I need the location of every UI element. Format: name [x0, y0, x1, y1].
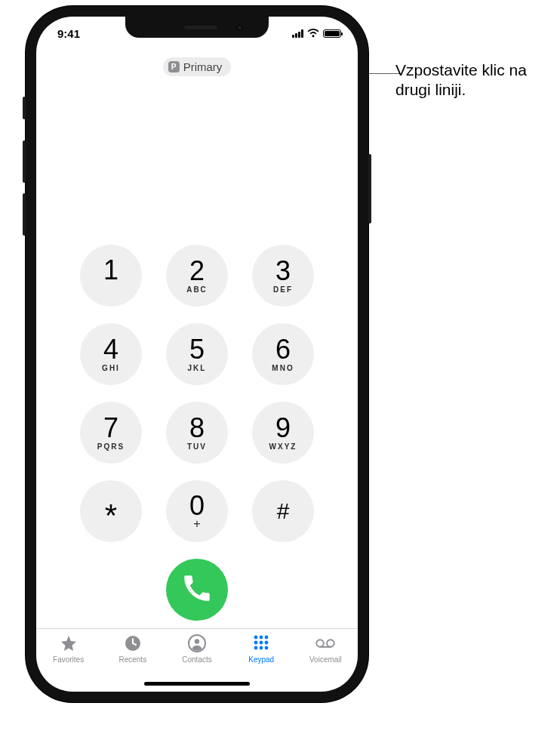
status-time: 9:41: [57, 27, 80, 40]
key-4[interactable]: 4 GHI: [80, 323, 142, 385]
status-icons: [292, 29, 341, 38]
sim-line-row: P Primary: [36, 50, 358, 83]
wifi-icon: [307, 29, 319, 38]
key-digit: 7: [103, 415, 118, 442]
svg-point-9: [254, 646, 258, 650]
key-7[interactable]: 7 PQRS: [80, 402, 142, 464]
key-digit: 0: [189, 492, 205, 519]
home-indicator[interactable]: [144, 682, 250, 686]
key-letters: TUV: [187, 443, 207, 451]
svg-point-5: [265, 636, 269, 640]
side-button-vol-down: [23, 193, 26, 236]
key-digit: 1: [103, 257, 118, 284]
key-letters: ABC: [186, 286, 208, 294]
svg-point-4: [260, 636, 263, 640]
tab-label: Contacts: [182, 655, 211, 664]
callout-text: Vzpostavite klic na drugi liniji.: [395, 60, 546, 100]
tab-label: Keypad: [248, 655, 274, 664]
key-letters: JKL: [188, 365, 207, 372]
keypad-icon: [251, 634, 271, 653]
sim-line-label: Primary: [183, 60, 223, 73]
key-digit: #: [277, 500, 290, 523]
key-digit: 4: [103, 336, 118, 363]
sim-badge-icon: P: [168, 61, 180, 72]
key-letters: MNO: [272, 365, 294, 372]
svg-point-12: [317, 640, 325, 647]
side-button-vol-up: [23, 140, 26, 183]
tab-label: Recents: [118, 655, 146, 664]
svg-point-3: [254, 636, 258, 640]
svg-point-13: [328, 640, 335, 647]
key-3[interactable]: 3 DEF: [252, 245, 314, 307]
key-star[interactable]: *: [80, 480, 142, 542]
side-button-power: [368, 154, 371, 224]
voicemail-icon: [315, 634, 335, 653]
key-digit: 9: [275, 415, 291, 442]
key-digit: 8: [189, 415, 205, 442]
tab-bar: Favorites Recents Contacts: [36, 628, 358, 692]
key-5[interactable]: 5 JKL: [166, 323, 228, 385]
phone-frame: 9:41 P Primary 1: [26, 6, 368, 702]
key-8[interactable]: 8 TUV: [166, 402, 228, 464]
key-6[interactable]: 6 MNO: [252, 323, 314, 385]
svg-point-8: [265, 641, 269, 645]
screen: 9:41 P Primary 1: [36, 17, 358, 692]
key-digit: *: [105, 500, 117, 532]
key-digit: 2: [189, 257, 205, 285]
key-digit: 3: [275, 257, 291, 285]
tab-favorites[interactable]: Favorites: [36, 634, 100, 692]
contact-icon: [187, 634, 207, 653]
key-digit: 5: [189, 336, 205, 363]
svg-point-10: [260, 646, 263, 650]
svg-point-7: [260, 641, 263, 645]
key-digit: 6: [275, 336, 291, 363]
key-9[interactable]: 9 WXYZ: [252, 402, 314, 464]
notch: [125, 17, 269, 38]
star-icon: [59, 634, 78, 653]
clock-icon: [123, 634, 143, 653]
key-0[interactable]: 0 +: [166, 480, 228, 542]
key-hash[interactable]: #: [252, 480, 314, 542]
sim-line-selector[interactable]: P Primary: [163, 57, 232, 76]
key-letters: GHI: [102, 365, 120, 372]
svg-point-6: [254, 641, 258, 645]
battery-icon: [323, 29, 341, 38]
key-letters: PQRS: [97, 443, 125, 451]
tab-label: Voicemail: [309, 655, 342, 664]
svg-point-11: [265, 646, 269, 650]
key-letters: DEF: [273, 286, 293, 294]
tab-label: Favorites: [53, 655, 84, 664]
key-letters: WXYZ: [269, 443, 297, 451]
key-1[interactable]: 1: [80, 245, 142, 307]
key-2[interactable]: 2 ABC: [166, 245, 228, 307]
key-letters: +: [193, 518, 200, 530]
keypad-area: 1 2 ABC 3 DEF 4 GHI 5 JKL: [36, 83, 358, 628]
phone-icon: [183, 575, 211, 605]
tab-voicemail[interactable]: Voicemail: [294, 634, 358, 692]
keypad: 1 2 ABC 3 DEF 4 GHI 5 JKL: [80, 245, 314, 542]
svg-point-2: [195, 639, 199, 643]
side-button-mute: [23, 97, 26, 119]
cellular-icon: [292, 29, 303, 38]
call-button[interactable]: [166, 559, 228, 621]
